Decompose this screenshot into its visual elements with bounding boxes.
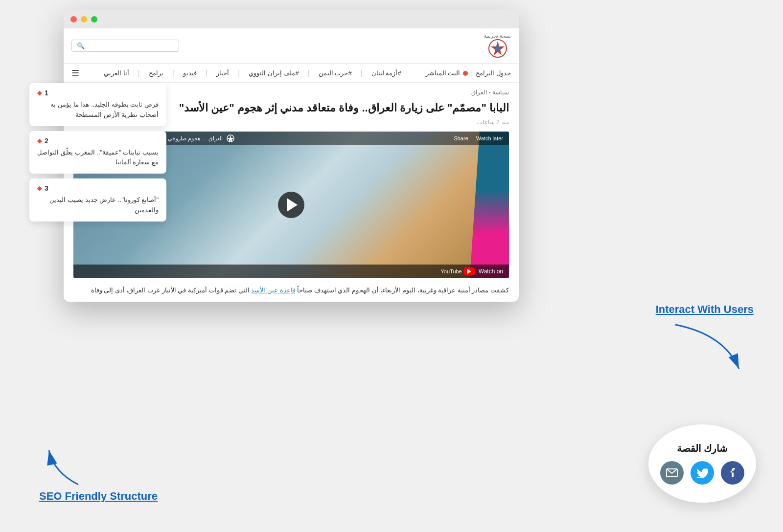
search-input[interactable] [88, 42, 171, 49]
video-decoration [460, 132, 509, 278]
twitter-icon [696, 468, 708, 478]
nav-live-label[interactable]: البث المباشر [426, 69, 461, 77]
diamond-icon-3: ◆ [37, 185, 42, 192]
facebook-icon [729, 467, 736, 479]
news-number-label-2: 2 [45, 137, 48, 145]
live-dot [463, 71, 468, 76]
news-card-text-1: قرص ثابت يطوقه الجليد.. هذا ما يؤمن به أ… [37, 100, 159, 120]
youtube-play-icon [467, 269, 471, 274]
news-card-text-3: "أصابع كورونا".. عارض جديد يصيب اليدين و… [37, 195, 159, 216]
close-button-dot[interactable] [70, 16, 77, 22]
news-number-label-3: 3 [45, 184, 48, 192]
nav-item-5[interactable]: برامج [149, 69, 163, 77]
nav-items: #أزمة لبنان | #حرب اليمن | #ملف إيران ال… [104, 69, 401, 78]
share-email-button[interactable] [660, 461, 684, 485]
interact-arrow-icon [666, 320, 754, 378]
nav-bar: جدول البرامج | البث المباشر #أزمة لبنان … [64, 64, 519, 83]
video-top-actions: Watch later Share [454, 135, 503, 141]
search-wrap[interactable]: 🔍 [71, 40, 179, 52]
news-card-3[interactable]: 3 ◆ "أصابع كورونا".. عارض جديد يصيب اليد… [29, 178, 166, 222]
play-triangle-icon [287, 198, 298, 212]
video-bottom-bar: Watch on YouTube [73, 265, 509, 278]
logo-area: نسخة تجريبية [484, 33, 511, 58]
diamond-icon-1: ◆ [37, 89, 42, 96]
watch-on-label: Watch on [479, 268, 503, 275]
share-section: شارك القصة [648, 424, 756, 503]
news-number-label-1: 1 [45, 89, 48, 97]
article-text-part1: كشفت مصادر أمنية عراقية وغربية، اليوم ال… [297, 287, 509, 294]
seo-label: SEO Friendly Structure [39, 490, 158, 503]
share-twitter-button[interactable] [691, 461, 714, 485]
share-video-label[interactable]: Share [454, 135, 468, 141]
interact-annotation: Interact With Users [656, 303, 754, 378]
news-card-1[interactable]: 1 ◆ قرص ثابت يطوقه الجليد.. هذا ما يؤمن … [29, 83, 166, 126]
article-text: كشفت مصادر أمنية عراقية وغربية، اليوم ال… [73, 285, 509, 296]
nav-item-0[interactable]: #أزمة لبنان [371, 69, 401, 77]
article-link[interactable]: قاعدة عين الأسد [251, 287, 295, 294]
scene: 🔍 نسخة تجريبية جدول البرامج [0, 0, 783, 532]
nav-schedule[interactable]: جدول البرامج [476, 69, 511, 77]
news-card-text-2: بسبب تباينات "عميقة".. المغرب يعلّق التو… [37, 148, 159, 168]
search-icon: 🔍 [77, 42, 85, 49]
nav-item-2[interactable]: #ملف إيران النووي [249, 69, 299, 77]
nav-item-4[interactable]: فيديو [183, 69, 197, 77]
header-row: 🔍 نسخة تجريبية [64, 28, 519, 64]
share-icons [660, 461, 744, 485]
youtube-logo[interactable]: YouTube [441, 267, 475, 275]
seo-arrow-icon [39, 443, 117, 487]
nav-item-6[interactable]: أنا العربي [104, 69, 129, 77]
news-card-number-2: 2 ◆ [37, 137, 159, 145]
hamburger-icon[interactable]: ☰ [71, 68, 79, 79]
diamond-icon-2: ◆ [37, 137, 42, 144]
minimize-button-dot[interactable] [81, 16, 87, 22]
maximize-button-dot[interactable] [91, 16, 97, 22]
seo-annotation: SEO Friendly Structure [39, 443, 158, 503]
browser-titlebar [64, 10, 519, 28]
nav-item-3[interactable]: أخبار [216, 69, 229, 77]
nav-item-1[interactable]: #حرب اليمن [319, 69, 352, 77]
email-icon [666, 468, 678, 477]
news-card-2[interactable]: 2 ◆ بسبب تباينات "عميقة".. المغرب يعلّق … [29, 131, 166, 174]
side-news-cards: 1 ◆ قرص ثابت يطوقه الجليد.. هذا ما يؤمن … [29, 83, 166, 222]
watch-later-label[interactable]: Watch later [476, 135, 503, 141]
logo-badge: نسخة تجريبية [484, 33, 511, 39]
youtube-label: YouTube [441, 268, 462, 274]
play-button[interactable] [278, 192, 304, 218]
site-logo [485, 39, 510, 58]
interact-label: Interact With Users [656, 303, 754, 316]
svg-point-2 [495, 46, 500, 51]
news-card-number-1: 1 ◆ [37, 89, 159, 97]
news-card-number-3: 3 ◆ [37, 184, 159, 192]
youtube-icon [464, 267, 475, 275]
nav-live-section: جدول البرامج | البث المباشر [426, 69, 511, 78]
share-title: شارك القصة [677, 443, 728, 454]
video-logo-icon [226, 134, 235, 142]
article-text-part3: التي تضم قوات أميركية في الأنبار غرب الع… [91, 287, 250, 294]
share-facebook-button[interactable] [721, 461, 744, 485]
